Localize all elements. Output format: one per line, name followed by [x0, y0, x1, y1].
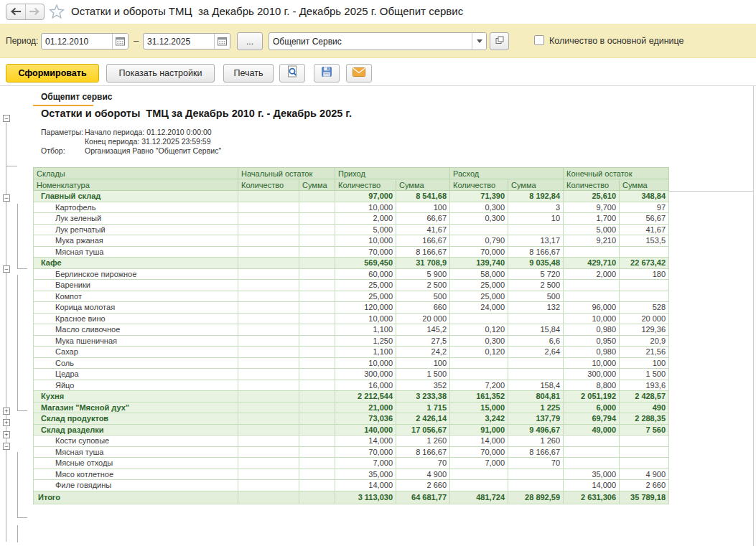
detail-row[interactable]: Мука пшеничная1,25027,50,3006,60,95020,9	[34, 335, 669, 347]
value-cell: 20 000	[396, 313, 450, 324]
detail-row[interactable]: Сахар1,10024,20,1202,640,98021,56	[34, 347, 669, 358]
value-cell: 25,000	[450, 291, 508, 302]
expand-marker[interactable]: +	[3, 419, 10, 426]
total-row[interactable]: Итого3 113,03064 681,77481,72428 892,592…	[34, 491, 669, 504]
group-row[interactable]: Магазин "Мясной дух"21,0001 71515,0001 2…	[34, 402, 669, 413]
detail-row[interactable]: Соль10,00010010,000100	[34, 357, 669, 369]
detail-row[interactable]: Картофель10,0001000,30039,70097	[34, 202, 669, 213]
value-cell: 8 166,67	[396, 246, 450, 258]
detail-row[interactable]: Красное вино10,00020 00010,00020 000	[34, 313, 669, 324]
row-name: Красное вино	[34, 313, 238, 324]
row-name: Лук зеленый	[34, 213, 238, 225]
detail-row[interactable]: Мясо котлетное35,0004 90035,0004 900	[34, 469, 669, 480]
detail-row[interactable]: Кости суповые14,0001 26014,0001 260	[34, 436, 669, 447]
value-cell: 2 660	[396, 480, 450, 491]
group-row[interactable]: Кухня2 212,5443 233,38161,352804,812 051…	[34, 391, 669, 403]
expand-marker[interactable]: +	[3, 431, 10, 438]
collapse-marker[interactable]: −	[3, 265, 10, 273]
value-cell	[508, 224, 564, 235]
value-cell: 73,036	[335, 413, 396, 425]
organization-open-button[interactable]	[490, 32, 509, 50]
back-arrow-icon	[9, 6, 22, 19]
value-cell	[299, 213, 335, 225]
unit-checkbox[interactable]	[534, 35, 544, 45]
group-row[interactable]: Склад продуктов73,0362 426,143,242137,79…	[34, 413, 669, 425]
value-cell: 70	[396, 458, 450, 469]
detail-row[interactable]: Яйцо16,0003527,200158,48,800193,6	[34, 380, 669, 391]
value-cell	[450, 313, 508, 324]
row-name: Соль	[34, 357, 238, 369]
calendar-icon[interactable]	[112, 34, 128, 49]
detail-row[interactable]: Корица молотая120,00066024,00013296,0005…	[34, 302, 669, 314]
value-cell	[299, 446, 335, 458]
detail-row[interactable]: Филе говядины14,0002 66014,0002 660	[34, 480, 669, 491]
report-table: Склады Начальный остаток Приход Расход К…	[33, 167, 669, 504]
group-row[interactable]: Главный склад97,0008 541,6871,3908 192,8…	[34, 191, 669, 202]
col-konechny-ostatok: Конечный остаток	[564, 168, 669, 179]
detail-row[interactable]: Берлинское пирожное60,0005 90058,0005 72…	[34, 268, 669, 280]
row-name: Компот	[34, 291, 238, 302]
col-nomenklatura: Номенклатура	[34, 179, 238, 191]
detail-row[interactable]: Компот25,00050025,000500	[34, 291, 669, 302]
collapse-marker[interactable]: −	[3, 194, 10, 202]
back-button[interactable]	[6, 4, 26, 19]
detail-row[interactable]: Масло сливочное1,100145,20,12015,840,980…	[34, 324, 669, 336]
value-cell: 0,120	[450, 347, 508, 358]
collapse-marker[interactable]: −	[3, 443, 10, 450]
generate-button[interactable]: Сформировать	[6, 64, 99, 83]
chevron-down-icon[interactable]	[472, 33, 486, 50]
value-cell: 31 708,9	[396, 258, 450, 269]
detail-row[interactable]: Мясная туша70,0008 166,6770,0008 166,67	[34, 446, 669, 458]
value-cell	[238, 357, 299, 369]
value-cell: 129,36	[620, 324, 669, 336]
group-row[interactable]: Склад разделки140,00017 056,6791,0009 49…	[34, 424, 669, 436]
period-dash: –	[134, 35, 139, 46]
settings-button[interactable]: Показать настройки	[106, 64, 215, 83]
report-collapse-marker[interactable]: −	[3, 115, 10, 122]
value-cell	[238, 335, 299, 347]
value-cell: 5,000	[335, 224, 396, 235]
preview-button[interactable]	[279, 64, 305, 83]
row-name: Мука ржаная	[34, 235, 238, 247]
value-cell: 2 428,57	[620, 391, 669, 403]
detail-row[interactable]: Мясные отходы7,000707,00070	[34, 458, 669, 469]
value-cell: 0,790	[450, 235, 508, 247]
date-to-field[interactable]: 31.12.2025	[143, 33, 230, 50]
value-cell: 64 681,77	[396, 491, 450, 504]
calendar-icon[interactable]	[214, 34, 230, 49]
print-button[interactable]: Печать	[223, 64, 274, 83]
detail-row[interactable]: Мука ржаная10,000166,670,79013,179,21015…	[34, 235, 669, 247]
detail-row[interactable]: Цедра300,0001 500300,0001 500	[34, 369, 669, 380]
value-cell: 8 541,68	[396, 191, 450, 202]
group-row[interactable]: Кафе569,45031 708,9139,7409 035,48429,71…	[34, 258, 669, 269]
value-cell: 25,610	[564, 191, 620, 202]
detail-row[interactable]: Вареники25,0002 50025,0002 500	[34, 280, 669, 291]
value-cell: 10,000	[564, 313, 620, 324]
save-button[interactable]	[314, 64, 340, 83]
row-name: Вареники	[34, 280, 238, 291]
date-from-field[interactable]: 01.12.2010	[41, 33, 129, 50]
value-cell: 56,67	[620, 213, 669, 225]
value-cell: 0,980	[564, 347, 620, 358]
value-cell	[508, 357, 564, 369]
value-cell: 10,000	[564, 357, 620, 369]
row-name: Сахар	[34, 347, 238, 358]
expand-marker[interactable]: +	[3, 408, 10, 415]
value-cell: 7,200	[450, 380, 508, 391]
detail-row[interactable]: Лук репчатый5,00041,675,00041,67	[34, 224, 669, 235]
favorite-star-icon[interactable]	[49, 4, 65, 19]
email-button[interactable]	[346, 64, 372, 83]
report-org-header[interactable]: Общепит сервис	[41, 92, 113, 102]
preview-icon	[286, 65, 299, 81]
value-cell	[238, 213, 299, 225]
organization-field[interactable]: Общепит Сервис	[269, 32, 487, 50]
value-cell: 9,210	[564, 235, 620, 247]
value-cell: 2 212,544	[335, 391, 396, 403]
value-cell: 0,980	[564, 324, 620, 336]
forward-button[interactable]	[26, 4, 45, 19]
detail-row[interactable]: Мясная туша70,0008 166,6770,0008 166,67	[34, 246, 669, 258]
detail-row[interactable]: Лук зеленый2,00066,670,300101,70056,67	[34, 213, 669, 225]
row-name: Кафе	[34, 258, 238, 269]
group-tree-line	[17, 204, 18, 269]
period-more-button[interactable]: ...	[237, 32, 263, 50]
